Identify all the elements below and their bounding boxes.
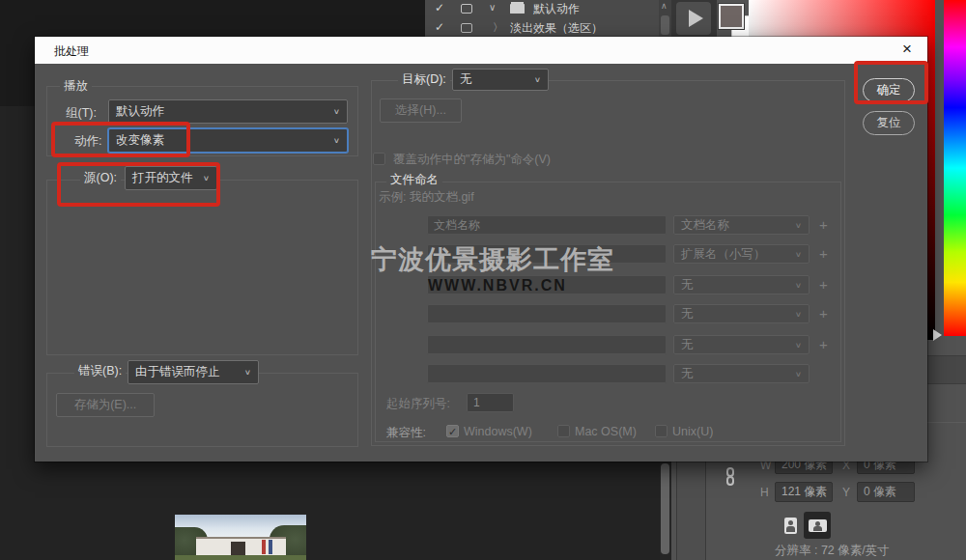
naming-input-5[interactable] (427, 335, 667, 354)
compat-macos-checkbox[interactable] (557, 425, 570, 437)
naming-select-5[interactable]: 无∨ (673, 335, 810, 354)
chevron-down-icon: ∨ (789, 370, 802, 378)
expand-closed-icon[interactable]: 〉 (493, 20, 503, 35)
compat-windows-label: Windows(W) (464, 424, 532, 439)
check-icon[interactable]: ✓ (435, 20, 444, 34)
action-select[interactable]: 改变像素∨ (108, 128, 348, 153)
actions-panel: ✓ ∨ 默认动作 ✓ 〉 淡出效果（选区） (425, 0, 659, 37)
chevron-down-icon: ∨ (789, 221, 802, 230)
hue-slider-icon[interactable] (933, 329, 942, 341)
naming-plus-5[interactable]: + (819, 336, 828, 352)
naming-select-1[interactable]: 文档名称∨ (673, 215, 810, 235)
play-icon (689, 10, 703, 27)
source-group (46, 180, 358, 355)
chevron-down-icon: ∨ (789, 281, 802, 290)
expand-open-icon[interactable]: ∨ (489, 2, 496, 13)
banner-blue (269, 540, 272, 554)
naming-input-1[interactable] (427, 215, 667, 235)
photoshop-workspace: ✓ ∨ 默认动作 ✓ 〉 淡出效果（选区） ∧ (0, 0, 966, 560)
chevron-down-icon: ∨ (789, 250, 802, 259)
folder-icon (510, 4, 525, 14)
dialog-toggle-icon[interactable] (461, 4, 472, 14)
naming-plus-3[interactable]: + (819, 276, 828, 293)
compat-unix-checkbox[interactable] (655, 425, 668, 437)
close-icon[interactable]: × (895, 39, 920, 60)
save-as-button[interactable]: 存储为(E)... (56, 393, 155, 417)
scrollbar-thumb[interactable] (661, 463, 669, 554)
naming-select-4[interactable]: 无∨ (673, 304, 810, 323)
chevron-down-icon: ∨ (239, 368, 251, 377)
error-label: 错误(B): (74, 364, 126, 378)
height-field[interactable]: 121 像素 (775, 482, 833, 502)
scrollbar-thumb[interactable] (661, 15, 669, 35)
height-label: H (760, 486, 769, 499)
ok-button[interactable]: 确定 (863, 78, 915, 102)
compat-windows-checkbox[interactable]: ✓ (446, 425, 459, 437)
override-save-as-checkbox[interactable] (373, 153, 385, 165)
panel-gutter (677, 462, 705, 560)
color-picker-hue-bar[interactable] (944, 0, 966, 336)
destination-label: 目标(D): (398, 72, 450, 87)
naming-plus-4[interactable]: + (819, 305, 828, 322)
document-image-thumbnail[interactable] (175, 515, 306, 560)
y-field[interactable]: 0 像素 (857, 482, 915, 502)
orientation-landscape-button[interactable] (804, 512, 831, 539)
canvas-scrollbar[interactable] (660, 462, 671, 560)
destination-select[interactable]: 无∨ (452, 69, 549, 91)
actions-scrollbar[interactable]: ∧ (659, 0, 671, 37)
naming-input-6[interactable] (427, 364, 667, 383)
actions-row-action[interactable]: ✓ 〉 淡出效果（选区） (425, 18, 659, 37)
serial-input[interactable] (467, 393, 514, 412)
source-label: 源(O): (80, 171, 121, 185)
chevron-down-icon: ∨ (327, 107, 340, 116)
panel-divider (705, 454, 706, 560)
dialog-titlebar[interactable]: 批处理 × (35, 37, 927, 64)
naming-select-6[interactable]: 无∨ (673, 364, 810, 383)
watermark-studio-text: 宁波优景摄影工作室 (371, 242, 614, 277)
compat-label: 兼容性: (386, 425, 426, 440)
source-select[interactable]: 打开的文件∨ (125, 166, 217, 190)
y-label: Y (842, 486, 850, 499)
error-select[interactable]: 由于错误而停止∨ (128, 360, 259, 384)
choose-button[interactable]: 选择(H)... (380, 98, 462, 123)
chevron-down-icon: ∨ (528, 75, 541, 84)
compat-unix-label: Unix(U) (672, 424, 713, 439)
reset-button[interactable]: 复位 (863, 111, 915, 135)
actions-row-label[interactable]: 淡出效果（选区） (510, 20, 603, 36)
check-icon[interactable]: ✓ (435, 1, 444, 14)
play-group-legend: 播放 (60, 79, 92, 94)
action-set-select[interactable]: 默认动作∨ (108, 99, 348, 124)
naming-select-2[interactable]: 扩展名（小写）∨ (673, 244, 810, 264)
naming-example: 示例: 我的文档.gif (379, 189, 474, 205)
chevron-down-icon: ∨ (197, 174, 210, 182)
naming-plus-1[interactable]: + (819, 216, 828, 233)
portrait-icon (784, 518, 797, 534)
banner-red (262, 540, 266, 554)
compat-macos-label: Mac OS(M) (575, 424, 637, 439)
landscape-icon (809, 519, 827, 532)
actions-row-label[interactable]: 默认动作 (533, 1, 580, 16)
play-button[interactable] (676, 2, 711, 35)
naming-plus-2[interactable]: + (819, 245, 828, 262)
chevron-down-icon: ∨ (789, 310, 802, 319)
serial-label: 起始序列号: (386, 396, 450, 411)
action-set-label: 组(T): (66, 105, 97, 121)
naming-select-3[interactable]: 无∨ (673, 275, 810, 294)
dialog-toggle-icon[interactable] (461, 23, 472, 33)
file-naming-legend: 文件命名 (386, 173, 442, 187)
naming-input-4[interactable] (427, 304, 667, 323)
chevron-down-icon: ∨ (789, 341, 802, 350)
scroll-up-icon[interactable]: ∧ (661, 1, 668, 11)
resolution-text: 分辨率 : 72 像素/英寸 (775, 543, 890, 559)
action-label: 动作: (74, 133, 101, 149)
grass (175, 555, 306, 560)
actions-row-set[interactable]: ✓ ∨ 默认动作 (425, 0, 659, 18)
link-dimensions-icon[interactable] (726, 467, 736, 490)
orientation-portrait-button[interactable] (779, 513, 802, 538)
chevron-down-icon: ∨ (327, 136, 340, 145)
override-save-as-label: 覆盖动作中的"存储为"命令(V) (393, 152, 551, 167)
watermark-url-text: WWW.NBVR.CN (428, 277, 567, 294)
foreground-color-swatch[interactable] (719, 4, 744, 29)
dialog-title: 批处理 (54, 43, 89, 60)
